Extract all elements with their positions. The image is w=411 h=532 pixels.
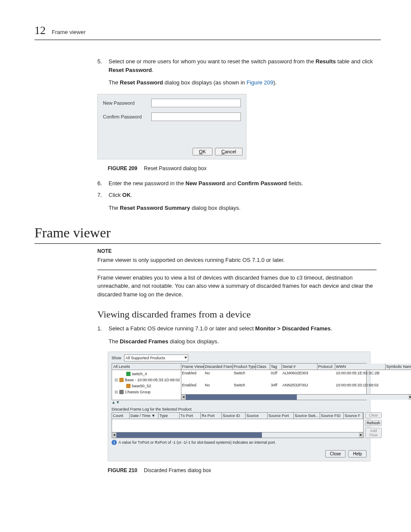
- show-dropdown[interactable]: All Supported Products: [124, 355, 188, 361]
- text: The: [109, 338, 120, 345]
- figure-209-image: New Password Confirm Password OK Cancel: [97, 94, 377, 159]
- upper-grid: All Levels switch_4⊟Base - 10:00:00:05:3…: [112, 363, 367, 400]
- tree-header: All Levels: [112, 364, 181, 370]
- note-text: Frame viewer is only supported on device…: [97, 256, 377, 264]
- table-cell: [282, 388, 318, 394]
- figure-210-caption: FIGURE 210 Discarded Frames dialog box: [108, 467, 377, 473]
- scroll-right-icon[interactable]: ►: [359, 432, 363, 438]
- results-word: Results: [316, 58, 336, 65]
- lower-table-label: Discarded Frame Log for the Selected Pro…: [112, 407, 367, 411]
- new-password-label: New Password: [103, 100, 151, 106]
- step-number: 5.: [97, 57, 109, 87]
- cancel-button[interactable]: Cancel: [215, 148, 243, 156]
- help-button[interactable]: Help: [348, 450, 367, 457]
- table-cell: [256, 388, 270, 394]
- text: Select one or more users for whom you wa…: [109, 58, 316, 65]
- step-1: 1. Select a Fabric OS device running 7.1…: [97, 324, 377, 345]
- text: Click: [109, 192, 122, 198]
- table-cell: 01ff: [270, 370, 282, 376]
- table-cell: [318, 376, 335, 382]
- column-header[interactable]: Source F: [344, 413, 363, 419]
- column-header[interactable]: Rx Port: [201, 413, 222, 419]
- table-cell: [204, 376, 233, 382]
- table-cell: [181, 388, 204, 394]
- add-flow-button[interactable]: Add Flow: [365, 428, 382, 438]
- table-cell: ANN2532F00J: [282, 382, 318, 388]
- refresh-button[interactable]: Refresh: [365, 420, 382, 426]
- scroll-left-icon[interactable]: ◄: [181, 395, 186, 400]
- figure-caption-text: Discarded Frames dialog box: [144, 467, 211, 473]
- ok-button[interactable]: OK: [193, 148, 212, 156]
- column-header[interactable]: Source FID: [320, 413, 344, 419]
- column-header[interactable]: Date / Time ▼: [130, 413, 159, 419]
- table-cell: [256, 370, 270, 376]
- lower-table: CountDate / Time ▼TypeTx PortRx PortSour…: [112, 412, 364, 438]
- horizontal-scrollbar[interactable]: ◄ ►: [181, 394, 411, 400]
- column-header[interactable]: Product Type: [233, 364, 256, 370]
- figure-label: FIGURE 209: [108, 165, 137, 171]
- table-cell: [386, 388, 411, 394]
- sw-icon: [126, 372, 131, 376]
- column-header[interactable]: WWN: [335, 364, 386, 370]
- column-header[interactable]: Tx Port: [180, 413, 201, 419]
- table-cell: Enabled: [181, 382, 204, 388]
- column-header[interactable]: Serial #: [282, 364, 318, 370]
- column-header[interactable]: Class: [256, 364, 270, 370]
- column-header[interactable]: Frame Viewer: [181, 364, 204, 370]
- close-button[interactable]: Close: [325, 450, 346, 457]
- text: .: [152, 67, 153, 73]
- tree-row[interactable]: ⊟Chassis Group: [113, 389, 180, 395]
- table-row[interactable]: EnabledNoSwitch34ffANN2532F00J10:00:00:0…: [181, 382, 411, 388]
- divider: [97, 270, 377, 270]
- confirm-password-input[interactable]: [151, 112, 241, 121]
- scroll-left-icon[interactable]: ◄: [112, 432, 116, 438]
- sort-arrows[interactable]: ▲▼: [112, 400, 367, 404]
- column-header[interactable]: Source Port: [268, 413, 294, 419]
- scroll-right-icon[interactable]: ►: [408, 395, 411, 400]
- table-cell: [233, 376, 256, 382]
- column-header[interactable]: Symbolic Nam: [386, 364, 411, 370]
- table-cell: [386, 370, 411, 376]
- section-heading-frame-viewer: Frame viewer: [34, 225, 381, 241]
- text: .: [131, 192, 132, 198]
- table-cell: ALM0602E003: [282, 370, 318, 376]
- host-icon: [119, 378, 124, 382]
- tree-row[interactable]: base50_52: [113, 383, 180, 389]
- column-header[interactable]: Source ID: [222, 413, 246, 419]
- figure-link[interactable]: Figure 209: [246, 79, 273, 86]
- figure-209-caption: FIGURE 209 Reset Password dialog box: [108, 165, 377, 171]
- bold-text: Confirm Password: [237, 180, 287, 187]
- table-row[interactable]: [181, 388, 411, 394]
- column-header[interactable]: Protocol: [318, 364, 335, 370]
- step-5: 5. Select one or more users for whom you…: [97, 57, 377, 87]
- table-row[interactable]: EnabledNoSwitch01ffALM0602E00310:00:00:0…: [181, 370, 411, 376]
- horizontal-scrollbar[interactable]: ◄ ►: [112, 432, 363, 438]
- tree-row[interactable]: ⊟Base - 10:00:00:05:33:1D:68:02: [113, 377, 180, 383]
- clear-button[interactable]: Clear: [365, 412, 382, 418]
- discarded-frames-dialog: Show All Supported Products All Levels s…: [108, 352, 371, 461]
- step-number: 7.: [97, 191, 109, 212]
- text: ).: [273, 79, 277, 86]
- table-cell: No: [204, 382, 233, 388]
- column-header[interactable]: Tag: [270, 364, 282, 370]
- reset-password-word: Reset Password: [109, 67, 152, 73]
- tree-twisty-icon[interactable]: ⊟: [115, 390, 118, 394]
- table-cell: Switch: [233, 370, 256, 376]
- tree-twisty-icon[interactable]: ⊟: [115, 378, 118, 382]
- new-password-input[interactable]: [151, 99, 241, 107]
- column-header[interactable]: Discarded Frames: [204, 364, 233, 370]
- table-cell: [256, 376, 270, 382]
- text: Select a Fabric OS device running 7.1.0 …: [109, 325, 255, 332]
- table-row[interactable]: [181, 376, 411, 382]
- info-bar: i A value for TxPort or RxPort of -1 (or…: [112, 440, 367, 445]
- tree-label: base50_52: [132, 384, 180, 388]
- tree-row[interactable]: switch_4: [113, 371, 180, 377]
- column-header[interactable]: Source Swit...: [294, 413, 320, 419]
- table-cell: [233, 388, 256, 394]
- divider: [34, 243, 381, 244]
- text: table and click: [336, 58, 373, 65]
- text: The: [109, 205, 120, 211]
- column-header[interactable]: Type: [159, 413, 180, 419]
- column-header[interactable]: Count: [112, 413, 130, 419]
- column-header[interactable]: Source: [246, 413, 268, 419]
